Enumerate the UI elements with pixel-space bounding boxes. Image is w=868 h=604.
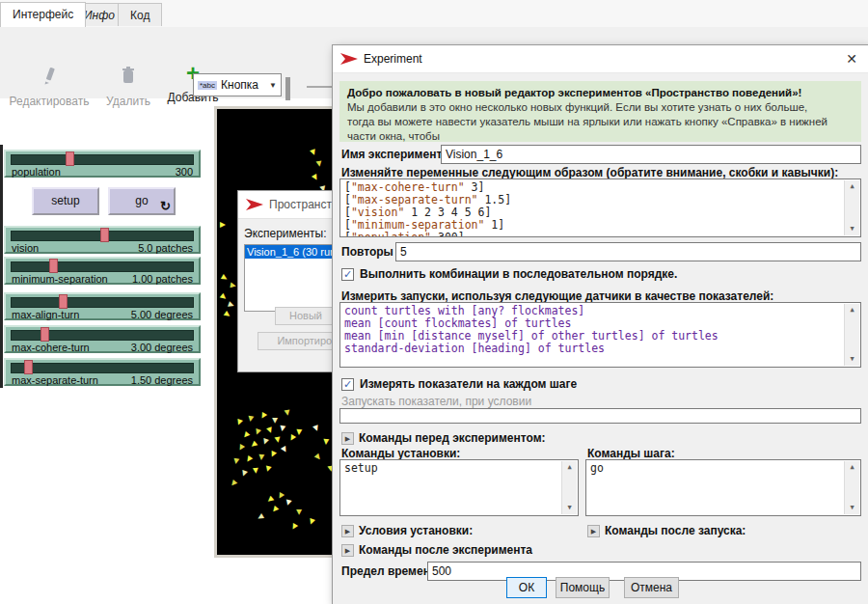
- slider-handle[interactable]: [66, 151, 74, 166]
- slider-handle[interactable]: [41, 327, 49, 342]
- scroll-up-icon[interactable]: ▲: [845, 304, 859, 316]
- scrollbar[interactable]: ▲ ▼: [844, 180, 859, 235]
- bird-icon: ▲: [272, 434, 283, 446]
- setup-commands-editor[interactable]: setup ▲ ▼: [339, 459, 579, 516]
- slider-handle[interactable]: [100, 228, 109, 242]
- slider-minimum-separation[interactable]: minimum-separation1.00 patches: [4, 257, 201, 285]
- slider-vision[interactable]: vision5.0 patches: [4, 226, 201, 254]
- run-condition-input[interactable]: [339, 408, 861, 424]
- tab-code[interactable]: Код: [118, 3, 162, 26]
- slider-max-cohere-turn[interactable]: max-cohere-turn3.00 degrees: [4, 325, 201, 353]
- edit-button[interactable]: Редактировать: [6, 66, 93, 108]
- measure-every-step-label: Измерять показатели на каждом шаге: [360, 377, 577, 391]
- slider-name: max-separate-turn: [12, 374, 98, 386]
- delete-button-label: Удалить: [106, 95, 150, 108]
- help-button[interactable]: Помощь: [556, 577, 610, 598]
- setup-commands-value: setup: [344, 461, 378, 475]
- slider-max-align-turn[interactable]: max-align-turn5.00 degrees: [4, 292, 201, 320]
- code-line: ["population" 300]: [344, 232, 856, 237]
- bird-icon: ▲: [321, 437, 332, 448]
- abc-icon: *abc: [198, 81, 217, 90]
- experiment-name-label: Имя эксперимента: [341, 148, 448, 161]
- scroll-down-icon[interactable]: ▼: [562, 502, 577, 514]
- delete-button[interactable]: Удалить: [96, 66, 160, 108]
- repetitions-input[interactable]: 5: [395, 242, 861, 261]
- slider-track[interactable]: [11, 261, 194, 272]
- slider-max-separate-turn[interactable]: max-separate-turn1.50 degrees: [4, 358, 201, 386]
- tab-interface[interactable]: Интерфейс: [0, 2, 86, 27]
- slider-track[interactable]: [11, 231, 194, 241]
- setup-button[interactable]: setup: [32, 187, 99, 215]
- new-experiment-button[interactable]: Новый: [275, 307, 337, 325]
- scroll-down-icon[interactable]: ▼: [845, 223, 859, 235]
- bird-icon: ▲: [309, 171, 322, 184]
- tab-bar: Интерфейс Инфо Код: [0, 0, 868, 28]
- bird-icon: ▲: [234, 441, 248, 454]
- checkbox-checked-icon[interactable]: ✓: [341, 268, 354, 281]
- bird-icon: ▲: [251, 466, 261, 477]
- slider-value: 5.00 degrees: [131, 309, 193, 320]
- behaviorspace-titlebar[interactable]: Пространство: [238, 191, 344, 219]
- expander-icon[interactable]: ▶: [587, 525, 600, 537]
- scroll-up-icon[interactable]: ▲: [845, 461, 859, 474]
- slider-name: population: [12, 166, 61, 178]
- bird-icon: ▲: [218, 220, 228, 230]
- cancel-button[interactable]: Отмена: [624, 577, 679, 598]
- bird-icon: ▲: [266, 448, 279, 460]
- slider-track[interactable]: [11, 297, 194, 308]
- expander-icon[interactable]: ▶: [341, 525, 354, 537]
- slider-population[interactable]: population300: [4, 150, 201, 178]
- slider-handle[interactable]: [59, 294, 68, 309]
- code-line: standard-deviation [heading] of turtles: [344, 343, 856, 355]
- post-run-section: ▶ Команды после запуска:: [587, 524, 746, 537]
- vary-variables-editor[interactable]: ["max-cohere-turn" 3]["max-separate-turn…: [339, 178, 861, 237]
- widget-type-dropdown[interactable]: *abc Кнопка ▼: [193, 73, 282, 96]
- bird-icon: ▲: [245, 413, 256, 425]
- app-window: Интерфейс Инфо Код Редактировать Удалить…: [0, 0, 868, 604]
- behaviorspace-dialog: Пространство Эксперименты: Vision_1_6 (3…: [238, 191, 344, 371]
- slider-value: 1.00 patches: [132, 273, 193, 285]
- close-icon[interactable]: ✕: [846, 51, 857, 67]
- ok-button[interactable]: ОК: [506, 577, 547, 598]
- expander-icon[interactable]: ▶: [341, 432, 354, 445]
- checkbox-checked-icon[interactable]: ✓: [341, 378, 354, 391]
- experiments-list[interactable]: Vision_1_6 (30 runs): [244, 244, 337, 312]
- experiment-dialog-title: Experiment: [364, 52, 422, 66]
- slider-handle[interactable]: [24, 360, 33, 374]
- metrics-editor[interactable]: count turtles with [any? flockmates]mean…: [339, 302, 861, 368]
- run-condition-label: Запускать показатели, при условии: [341, 395, 531, 408]
- slider-label-row: max-align-turn5.00 degrees: [6, 309, 199, 320]
- trash-icon: [96, 66, 160, 91]
- scrollbar[interactable]: ▲ ▼: [561, 461, 577, 514]
- slider-track[interactable]: [11, 154, 194, 165]
- time-limit-label: Предел времени: [341, 564, 437, 578]
- measure-every-step-checkbox-row: ✓ Измерять показатели на каждом шаге: [341, 377, 577, 391]
- experiment-list-item[interactable]: Vision_1_6 (30 runs): [245, 245, 336, 259]
- speed-slider-track[interactable]: [307, 86, 336, 88]
- welcome-body: Мы добавили в это окно несколько новых ф…: [347, 100, 854, 142]
- go-button[interactable]: go ↻: [108, 187, 176, 215]
- slider-track[interactable]: [11, 330, 194, 341]
- bird-icon: ▲: [254, 510, 267, 524]
- bird-icon: ▲: [233, 417, 246, 429]
- bird-icon: ▲: [311, 423, 323, 435]
- scroll-down-icon[interactable]: ▼: [845, 353, 859, 366]
- go-commands-editor[interactable]: go ▲ ▼: [585, 459, 861, 516]
- bird-icon: ▲: [294, 508, 304, 517]
- slider-handle[interactable]: [49, 259, 58, 273]
- scroll-up-icon[interactable]: ▲: [845, 180, 859, 193]
- pre-experiment-label: Команды перед экспериментом:: [359, 431, 546, 445]
- scroll-down-icon[interactable]: ▼: [845, 502, 859, 514]
- slider-name: max-align-turn: [12, 309, 79, 320]
- setup-commands-label: Команды установки:: [341, 447, 460, 460]
- welcome-line: тогда вы можете навести указатель мыши н…: [347, 115, 854, 142]
- scrollbar[interactable]: ▲ ▼: [844, 461, 859, 514]
- experiment-name-input[interactable]: Vision_1_6: [441, 145, 861, 164]
- experiment-titlebar[interactable]: Experiment ✕: [333, 45, 868, 73]
- scrollbar[interactable]: ▲ ▼: [844, 304, 859, 366]
- slider-value: 3.00 degrees: [131, 342, 193, 353]
- chevron-down-icon: ▼: [269, 81, 277, 90]
- slider-track[interactable]: [11, 363, 194, 373]
- scroll-up-icon[interactable]: ▲: [562, 461, 577, 474]
- expander-icon[interactable]: ▶: [341, 544, 354, 557]
